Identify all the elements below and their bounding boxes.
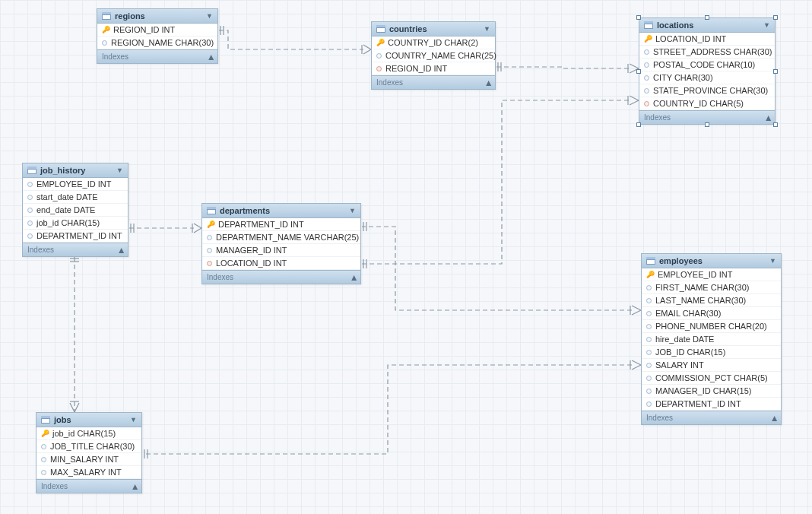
- entity-title: job_history: [40, 166, 85, 175]
- chevron-down-icon[interactable]: ▼: [130, 416, 137, 424]
- indexes-label: Indexes: [376, 78, 403, 87]
- entity-job_history[interactable]: job_history▼EMPLOYEE_ID INTstart_date DA…: [22, 163, 128, 257]
- column-icon: [646, 363, 652, 368]
- column-row[interactable]: FIRST_NAME CHAR(30): [642, 281, 781, 294]
- indexes-section[interactable]: Indexes▶: [642, 411, 781, 424]
- primary-key-icon: [207, 221, 214, 228]
- chevron-down-icon[interactable]: ▼: [116, 167, 123, 174]
- column-row[interactable]: STATE_PROVINCE CHAR(30): [639, 84, 775, 97]
- selection-handle[interactable]: [636, 15, 641, 20]
- column-row[interactable]: EMAIL CHAR(30): [642, 307, 781, 320]
- indexes-section[interactable]: Indexes▶: [202, 270, 360, 284]
- column-label: POSTAL_CODE CHAR(10): [653, 60, 755, 69]
- entity-departments[interactable]: departments▼DEPARTMENT_ID INTDEPARTMENT_…: [201, 203, 361, 284]
- column-label: PHONE_NUMBER CHAR(20): [655, 322, 767, 331]
- entity-locations[interactable]: locations▼LOCATION_ID INTSTREET_ADDRESS …: [639, 17, 776, 125]
- indexes-section[interactable]: Indexes▶: [97, 49, 217, 63]
- column-label: DEPARTMENT_ID INT: [36, 231, 122, 240]
- column-row[interactable]: EMPLOYEE_ID INT: [23, 178, 128, 191]
- column-icon: [41, 444, 46, 449]
- column-row[interactable]: DEPARTMENT_ID INT: [642, 398, 781, 411]
- column-row[interactable]: start_date DATE: [23, 191, 128, 204]
- selection-handle[interactable]: [773, 69, 778, 74]
- selection-handle[interactable]: [773, 15, 778, 20]
- entity-employees[interactable]: employees▼EMPLOYEE_ID INTFIRST_NAME CHAR…: [641, 253, 782, 425]
- indexes-section[interactable]: Indexes▶: [372, 75, 495, 89]
- entity-regions[interactable]: regions▼REGION_ID INTREGION_NAME CHAR(30…: [97, 8, 218, 64]
- entity-header[interactable]: countries▼: [372, 22, 495, 36]
- entity-header[interactable]: regions▼: [97, 9, 217, 24]
- indexes-section[interactable]: Indexes▶: [36, 479, 141, 493]
- column-row[interactable]: hire_date DATE: [642, 333, 781, 346]
- selection-handle[interactable]: [636, 69, 641, 74]
- chevron-right-icon[interactable]: ▶: [117, 247, 125, 252]
- column-row[interactable]: LOCATION_ID INT: [202, 257, 360, 270]
- svg-line-31: [632, 365, 641, 370]
- column-row[interactable]: COMMISSION_PCT CHAR(5): [642, 372, 781, 385]
- column-row[interactable]: COUNTRY_ID CHAR(5): [639, 97, 775, 110]
- chevron-right-icon[interactable]: ▶: [350, 274, 357, 280]
- chevron-right-icon[interactable]: ▶: [131, 484, 138, 489]
- svg-line-3: [363, 49, 371, 54]
- column-icon: [646, 298, 652, 303]
- column-row[interactable]: DEPARTMENT_ID INT: [23, 230, 128, 243]
- svg-line-13: [630, 100, 639, 105]
- column-row[interactable]: MAX_SALARY INT: [36, 466, 141, 479]
- chevron-right-icon[interactable]: ▶: [770, 415, 778, 420]
- chevron-right-icon[interactable]: ▶: [207, 54, 214, 59]
- column-icon: [27, 208, 33, 213]
- column-label: job_id CHAR(15): [36, 218, 100, 227]
- column-row[interactable]: DEPARTMENT_NAME VARCHAR(25): [202, 231, 360, 244]
- indexes-section[interactable]: Indexes▶: [23, 243, 128, 256]
- column-label: COUNTRY_ID CHAR(5): [653, 99, 744, 108]
- entity-header[interactable]: employees▼: [642, 254, 781, 268]
- entity-title: jobs: [54, 415, 71, 424]
- entity-jobs[interactable]: jobs▼job_id CHAR(15)JOB_TITLE CHAR(30)MI…: [36, 412, 142, 493]
- selection-handle[interactable]: [636, 122, 641, 127]
- selection-handle[interactable]: [705, 15, 709, 20]
- svg-line-2: [363, 45, 371, 49]
- column-row[interactable]: POSTAL_CODE CHAR(10): [639, 59, 775, 71]
- table-icon: [102, 12, 111, 20]
- chevron-down-icon[interactable]: ▼: [763, 21, 770, 29]
- column-row[interactable]: job_id CHAR(15): [36, 427, 141, 440]
- column-row[interactable]: job_id CHAR(15): [23, 217, 128, 230]
- column-row[interactable]: REGION_ID INT: [372, 62, 495, 75]
- column-row[interactable]: LAST_NAME CHAR(30): [642, 294, 781, 307]
- entity-header[interactable]: locations▼: [639, 18, 775, 33]
- entity-header[interactable]: departments▼: [202, 204, 360, 218]
- column-row[interactable]: JOB_ID CHAR(15): [642, 346, 781, 359]
- column-row[interactable]: EMPLOYEE_ID INT: [642, 268, 781, 281]
- chevron-right-icon[interactable]: ▶: [484, 80, 492, 85]
- column-row[interactable]: REGION_NAME CHAR(30): [97, 36, 217, 49]
- column-row[interactable]: MIN_SALARY INT: [36, 453, 141, 466]
- selection-handle[interactable]: [705, 122, 709, 127]
- chevron-down-icon[interactable]: ▼: [484, 25, 490, 33]
- chevron-right-icon[interactable]: ▶: [764, 115, 772, 120]
- column-row[interactable]: end_date DATE: [23, 204, 128, 217]
- chevron-down-icon[interactable]: ▼: [349, 207, 356, 214]
- column-row[interactable]: MANAGER_ID INT: [202, 244, 360, 257]
- column-label: JOB_ID CHAR(15): [655, 347, 725, 357]
- chevron-down-icon[interactable]: ▼: [206, 12, 213, 20]
- column-icon: [644, 49, 649, 55]
- column-row[interactable]: STREET_ADDRESS CHAR(30): [639, 46, 775, 59]
- chevron-down-icon[interactable]: ▼: [769, 257, 776, 265]
- column-row[interactable]: MANAGER_ID CHAR(15): [642, 385, 781, 398]
- column-icon: [646, 350, 652, 355]
- column-row[interactable]: COUNTRY_NAME CHAR(25): [372, 49, 495, 62]
- column-row[interactable]: SALARY INT: [642, 359, 781, 372]
- entity-header[interactable]: job_history▼: [23, 163, 128, 178]
- column-row[interactable]: COUNTRY_ID CHAR(2): [372, 36, 495, 49]
- column-row[interactable]: CITY CHAR(30): [639, 71, 775, 84]
- entity-title: countries: [389, 24, 427, 33]
- column-row[interactable]: REGION_ID INT: [97, 24, 217, 36]
- column-icon: [644, 88, 649, 94]
- column-row[interactable]: LOCATION_ID INT: [639, 33, 775, 46]
- column-row[interactable]: PHONE_NUMBER CHAR(20): [642, 320, 781, 333]
- selection-handle[interactable]: [773, 122, 778, 127]
- entity-header[interactable]: jobs▼: [36, 413, 141, 427]
- entity-countries[interactable]: countries▼COUNTRY_ID CHAR(2)COUNTRY_NAME…: [371, 21, 496, 90]
- column-row[interactable]: JOB_TITLE CHAR(30): [36, 440, 141, 453]
- column-row[interactable]: DEPARTMENT_ID INT: [202, 218, 360, 231]
